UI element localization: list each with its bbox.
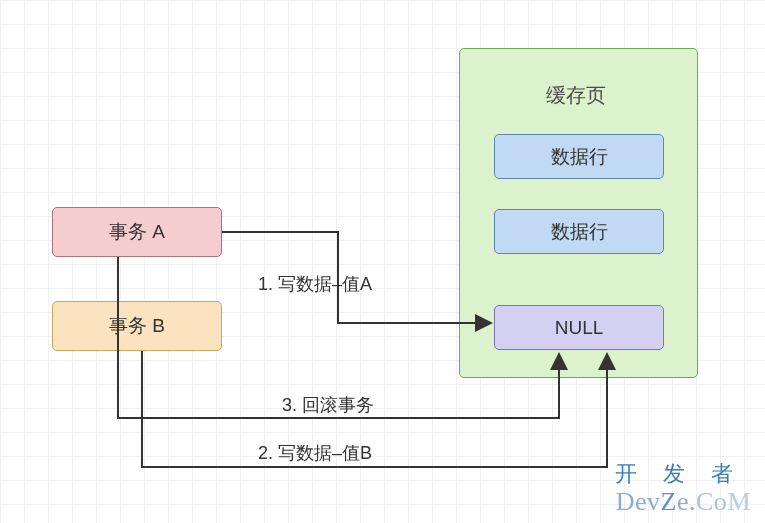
data-row-1: 数据行 xyxy=(494,134,664,179)
transaction-a: 事务 A xyxy=(52,207,222,257)
watermark-line1: 开 发 者 xyxy=(615,459,743,489)
transaction-b: 事务 B xyxy=(52,301,222,351)
null-label: NULL xyxy=(555,317,604,339)
watermark-line2: DevZe.CoM xyxy=(616,487,751,517)
data-row-2: 数据行 xyxy=(494,209,664,254)
arrow-label-3: 3. 回滚事务 xyxy=(282,393,374,417)
cache-page-title: 缓存页 xyxy=(546,82,606,109)
data-row-label: 数据行 xyxy=(551,144,608,170)
transaction-a-label: 事务 A xyxy=(109,219,165,245)
null-row: NULL xyxy=(494,305,664,350)
arrow-label-2: 2. 写数据–值B xyxy=(258,441,372,465)
arrow-label-1: 1. 写数据–值A xyxy=(258,272,372,296)
transaction-b-label: 事务 B xyxy=(109,313,165,339)
data-row-label: 数据行 xyxy=(551,219,608,245)
